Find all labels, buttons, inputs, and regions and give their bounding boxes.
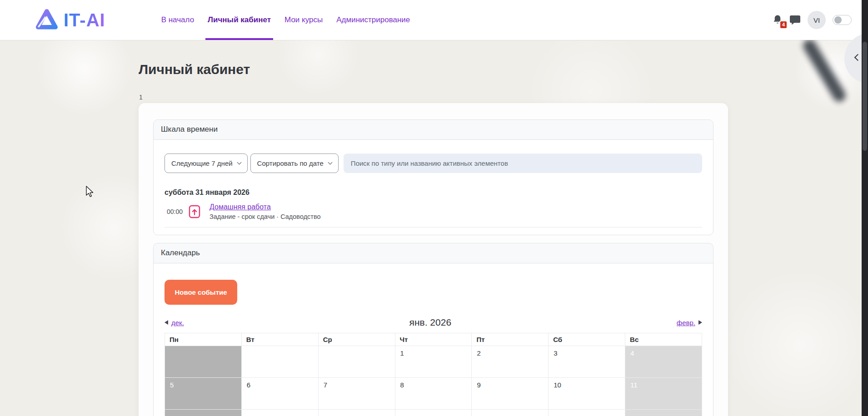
timeline-block: Шкала времени Следующие 7 дней Сортирова… (153, 119, 713, 235)
logo-triangle-icon (34, 7, 59, 33)
next-month-label: февр. (677, 319, 695, 327)
logo-text: IT-AI (64, 10, 105, 30)
chevron-down-icon (237, 160, 241, 165)
toggle-knob-icon (834, 16, 842, 24)
dashboard-content-region: Шкала времени Следующие 7 дней Сортирова… (139, 103, 728, 416)
triangle-left-icon (165, 320, 168, 325)
nav-item-home[interactable]: В начало (155, 0, 201, 40)
sort-dropdown-label: Сортировать по дате (257, 159, 324, 167)
calendar-day-cell[interactable]: 1 (395, 346, 472, 378)
mouse-cursor (85, 185, 95, 201)
weekday-header: Сб (549, 333, 625, 346)
next-month-link[interactable]: февр. (677, 319, 702, 327)
timeline-divider (165, 227, 702, 228)
calendar-header: Календарь (154, 243, 713, 263)
calendar-week-row (165, 410, 702, 416)
scrollbar-thumb[interactable] (863, 42, 867, 151)
calendar-day-cell[interactable]: 3 (549, 346, 625, 378)
calendar-day-cell (165, 346, 242, 378)
calendar-day-cell (241, 410, 318, 416)
top-navbar: IT-AI В начало Личный кабинет Мои курсы … (0, 0, 862, 40)
event-text: Домашняя работа Задание - срок сдачи · С… (210, 203, 321, 220)
weekday-header: Чт (395, 333, 472, 346)
new-event-button[interactable]: Новое событие (165, 280, 237, 305)
weekday-header: Пн (165, 333, 242, 346)
calendar-day-cell (625, 410, 702, 416)
calendar-day-cell[interactable]: 4 (625, 346, 702, 378)
weekday-header: Ср (318, 333, 395, 346)
calendar-block: Календарь Новое событие дек. янв. 2026 ф… (153, 243, 713, 416)
chat-icon (789, 15, 801, 25)
nav-item-my-courses[interactable]: Мои курсы (278, 0, 329, 40)
calendar-day-cell[interactable]: 10 (549, 378, 625, 410)
calendar-day-cell[interactable]: 5 (165, 378, 242, 410)
timeline-search-input[interactable] (344, 154, 702, 173)
prev-month-link[interactable]: дек. (165, 319, 184, 327)
timeline-filters: Следующие 7 дней Сортировать по дате (165, 154, 702, 173)
calendar-day-cell[interactable]: 8 (395, 378, 472, 410)
calendar-month-nav: дек. янв. 2026 февр. (165, 316, 702, 329)
event-subtitle: Задание - срок сдачи · Садоводство (210, 213, 321, 220)
calendar-day-cell[interactable]: 9 (472, 378, 549, 410)
weekday-header: Пт (472, 333, 549, 346)
timeline-body: Следующие 7 дней Сортировать по дате суб… (154, 140, 713, 235)
triangle-right-icon (698, 320, 702, 325)
calendar-body: Новое событие дек. янв. 2026 февр. Пн Вт (154, 263, 713, 416)
calendar-day-cell (241, 346, 318, 378)
chevron-down-icon (328, 160, 332, 165)
event-date-group: суббота 31 января 2026 (165, 188, 702, 197)
user-avatar[interactable]: VI (808, 11, 826, 29)
day-range-dropdown-label: Следующие 7 дней (171, 159, 233, 167)
notification-count-badge: 4 (779, 20, 788, 29)
event-time: 00:00 (167, 208, 185, 215)
chevron-left-icon (854, 54, 862, 61)
calendar-day-cell (318, 346, 395, 378)
nav-item-dashboard[interactable]: Личный кабинет (201, 0, 278, 40)
primary-navigation: В начало Личный кабинет Мои курсы Админи… (155, 0, 417, 40)
calendar-grid-body: 1234567891011 (165, 346, 702, 416)
nav-item-administration[interactable]: Администрирование (329, 0, 417, 40)
site-logo[interactable]: IT-AI (34, 7, 105, 33)
notifications-button[interactable]: 4 (773, 15, 783, 25)
calendar-month-grid: Пн Вт Ср Чт Пт Сб Вс 1234567891011 (165, 333, 702, 416)
calendar-day-cell[interactable]: 11 (625, 378, 702, 410)
calendar-weekday-row: Пн Вт Ср Чт Пт Сб Вс (165, 333, 702, 346)
calendar-day-cell[interactable]: 2 (472, 346, 549, 378)
browser-scrollbar[interactable] (862, 0, 868, 416)
calendar-day-cell[interactable]: 6 (241, 378, 318, 410)
calendar-day-cell (549, 410, 625, 416)
calendar-day-cell (472, 410, 549, 416)
avatar-initials: VI (813, 16, 820, 24)
calendar-day-cell (318, 410, 395, 416)
messages-button[interactable] (789, 15, 801, 25)
weekday-header: Вт (241, 333, 318, 346)
calendar-week-row: 1234 (165, 346, 702, 378)
calendar-week-row: 567891011 (165, 378, 702, 410)
calendar-day-cell (165, 410, 242, 416)
prev-month-label: дек. (171, 319, 184, 327)
event-title-link[interactable]: Домашняя работа (210, 203, 271, 211)
timeline-header: Шкала времени (154, 120, 713, 140)
block-region-marker: 1 (139, 94, 143, 101)
calendar-day-cell[interactable]: 7 (318, 378, 395, 410)
current-month-label: янв. 2026 (409, 317, 452, 328)
assignment-icon (189, 205, 200, 218)
navbar-right-controls: 4 VI (773, 11, 852, 29)
theme-toggle[interactable] (833, 15, 852, 25)
sort-dropdown[interactable]: Сортировать по дате (250, 154, 339, 173)
day-range-dropdown[interactable]: Следующие 7 дней (165, 154, 248, 173)
page-title: Личный кабинет (139, 62, 250, 77)
calendar-day-cell (395, 410, 472, 416)
timeline-event-row: 00:00 Домашняя работа Задание - срок сда… (165, 203, 702, 220)
weekday-header: Вс (625, 333, 702, 346)
